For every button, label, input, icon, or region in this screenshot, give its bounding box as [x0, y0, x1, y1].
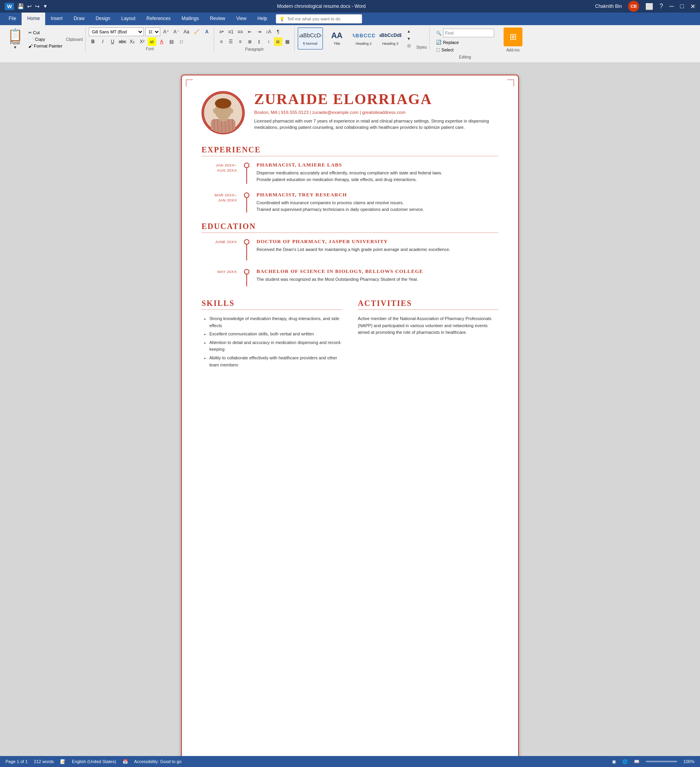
multilevel-list-button[interactable]: ≡≡ — [236, 27, 245, 36]
numbering-button[interactable]: ≡1 — [227, 27, 235, 36]
skills-list: Strong knowledge of medication therapy, … — [202, 315, 342, 368]
style-heading2-label: Heading 2 — [355, 42, 372, 46]
window-minimize[interactable]: ─ — [669, 3, 674, 10]
skills-column: SKILLS Strong knowledge of medication th… — [202, 294, 342, 370]
find-button[interactable]: 🔍 — [434, 27, 497, 38]
addins-label: Add-ins — [506, 48, 520, 52]
exp1-desc: Dispense medications accurately and effi… — [257, 170, 498, 183]
editing-group: 🔍 🔄 Replace ⬚ Select Editing — [431, 27, 500, 60]
char-shading-button[interactable]: ▤ — [167, 37, 176, 46]
select-label: Select — [442, 48, 454, 52]
exp2-date: MAR 20XX–JAN 20XX — [202, 192, 237, 212]
paste-dropdown[interactable]: ▼ — [13, 45, 17, 49]
exp2-desc: Coordinated with insurance companies to … — [257, 200, 498, 212]
edu1-dot — [244, 239, 249, 245]
resume-header: ZURAIDE ELORRIAGA Boston, MA | 916.555.0… — [202, 91, 498, 134]
font-decrease-button[interactable]: A⁻ — [172, 27, 181, 36]
cut-button[interactable]: ✂ Cut — [27, 30, 64, 36]
tell-me-bar[interactable]: 💡 Tell me what you want to do — [276, 14, 362, 24]
styles-down-button[interactable]: ▼ — [405, 35, 413, 42]
align-left-button[interactable]: ≡ — [217, 37, 226, 46]
quick-access-undo[interactable]: ↩ — [27, 3, 32, 9]
tab-layout[interactable]: Layout — [116, 13, 141, 25]
border-button[interactable]: ▦ — [283, 37, 292, 46]
tab-file[interactable]: File — [3, 13, 22, 25]
para-row2: ≡ ☰ ≡ ≣ ⫿ ↕ ▤ ▦ — [217, 37, 292, 46]
style-heading3[interactable]: AaBbCcDdEe Heading 3 — [378, 27, 403, 49]
show-marks-button[interactable]: ¶ — [274, 27, 282, 36]
tab-references[interactable]: References — [141, 13, 176, 25]
style-normal[interactable]: AaBbCcDd ¶ Normal — [298, 27, 323, 49]
window-help[interactable]: ? — [660, 3, 663, 10]
resume-contact: Boston, MA | 916.555.0123 | zuraide@exam… — [254, 110, 498, 115]
addins-button[interactable]: ⊞ — [504, 27, 522, 46]
font-increase-button[interactable]: A⁺ — [162, 27, 170, 36]
experience-timeline: JAN 20XX–AUG 20XX PHARMACIST, LAMIERE LA… — [202, 162, 498, 212]
view-read-icon[interactable]: 📖 — [634, 759, 640, 764]
align-right-button[interactable]: ≡ — [236, 37, 245, 46]
font-name-select[interactable]: Gill Sans MT (Bod — [89, 27, 144, 36]
document-title: Modern chronological resume.docx - Word — [277, 4, 366, 9]
char-border-button[interactable]: □ — [177, 37, 186, 46]
copy-button[interactable]: 📄 Copy — [27, 37, 64, 42]
subscript-button[interactable]: X₂ — [128, 37, 137, 46]
column-breaks-button[interactable]: ⫿ — [255, 37, 264, 46]
align-center-button[interactable]: ☰ — [227, 37, 235, 46]
collapse-ribbon-button[interactable]: ∧ — [693, 3, 697, 9]
font-color-button[interactable]: A — [158, 37, 166, 46]
exp2-content: PHARMACIST, TREY RESEARCH Coordinated wi… — [257, 192, 498, 212]
justify-button[interactable]: ≣ — [246, 37, 254, 46]
tab-design[interactable]: Design — [90, 13, 115, 25]
styles-expand-button[interactable]: ⊡ — [405, 42, 413, 49]
decrease-indent-button[interactable]: ⇤ — [246, 27, 254, 36]
select-button[interactable]: ⬚ Select — [434, 46, 497, 53]
tab-home[interactable]: Home — [22, 13, 45, 25]
find-input[interactable] — [445, 31, 484, 35]
italic-button[interactable]: I — [99, 37, 107, 46]
underline-button[interactable]: U — [108, 37, 117, 46]
tab-review[interactable]: Review — [204, 13, 231, 25]
bullets-button[interactable]: ≡• — [217, 27, 226, 36]
view-normal-icon[interactable]: ▣ — [612, 759, 616, 764]
styles-group-label: Styles — [416, 45, 427, 49]
quick-access-save[interactable]: 💾 — [17, 3, 24, 9]
increase-indent-button[interactable]: ⇥ — [255, 27, 264, 36]
shading-button[interactable]: ▤ — [274, 37, 282, 46]
styles-up-button[interactable]: ▲ — [405, 27, 413, 35]
tab-insert[interactable]: Insert — [45, 13, 68, 25]
clipboard-label: Clipboard — [66, 37, 83, 42]
line-spacing-button[interactable]: ↕ — [264, 37, 273, 46]
resume-page: ZURAIDE ELORRIAGA Boston, MA | 916.555.0… — [181, 75, 519, 763]
bold-button[interactable]: B — [89, 37, 97, 46]
edu2-dot — [244, 269, 249, 275]
user-avatar[interactable]: CB — [628, 1, 639, 12]
accessibility: Accessibility: Good to go — [134, 759, 181, 764]
sort-button[interactable]: ↕A — [264, 27, 273, 36]
replace-button[interactable]: 🔄 Replace — [434, 38, 497, 46]
change-case-button[interactable]: Aa — [182, 27, 191, 36]
font-size-select[interactable]: 10 — [145, 27, 160, 36]
tab-mailings[interactable]: Mailings — [176, 13, 204, 25]
tab-view[interactable]: View — [231, 13, 252, 25]
text-effects-button[interactable]: A — [203, 27, 211, 36]
style-title[interactable]: AA Title — [324, 27, 350, 49]
style-heading2-sample: AABBCCDD — [353, 33, 375, 38]
window-share[interactable]: ⬜ — [645, 3, 653, 10]
paste-button[interactable]: 📋 Paste ▼ — [5, 28, 25, 50]
format-painter-button[interactable]: 🖌 Format Painter — [27, 43, 64, 49]
view-web-icon[interactable]: 🌐 — [622, 759, 628, 764]
text-highlight-button[interactable]: ab — [148, 37, 156, 46]
superscript-button[interactable]: X² — [138, 37, 147, 46]
strikethrough-button[interactable]: abc — [118, 37, 127, 46]
zoom-slider[interactable] — [646, 761, 677, 762]
edu2-content: BACHELOR OF SCIENCE IN BIOLOGY, BELLOWS … — [257, 268, 498, 286]
quick-access-redo[interactable]: ↪ — [35, 3, 40, 9]
window-maximize[interactable]: □ — [680, 3, 684, 10]
tab-draw[interactable]: Draw — [68, 13, 90, 25]
tab-help[interactable]: Help — [252, 13, 273, 25]
clear-formatting-button[interactable]: 🧹 — [192, 27, 201, 36]
edu1-line — [246, 245, 247, 260]
education-entry-2: MAY 20XX BACHELOR OF SCIENCE IN BIOLOGY,… — [202, 268, 498, 286]
style-heading2[interactable]: AABBCCDD Heading 2 — [351, 27, 376, 49]
quick-access-more[interactable]: ▼ — [43, 4, 48, 9]
